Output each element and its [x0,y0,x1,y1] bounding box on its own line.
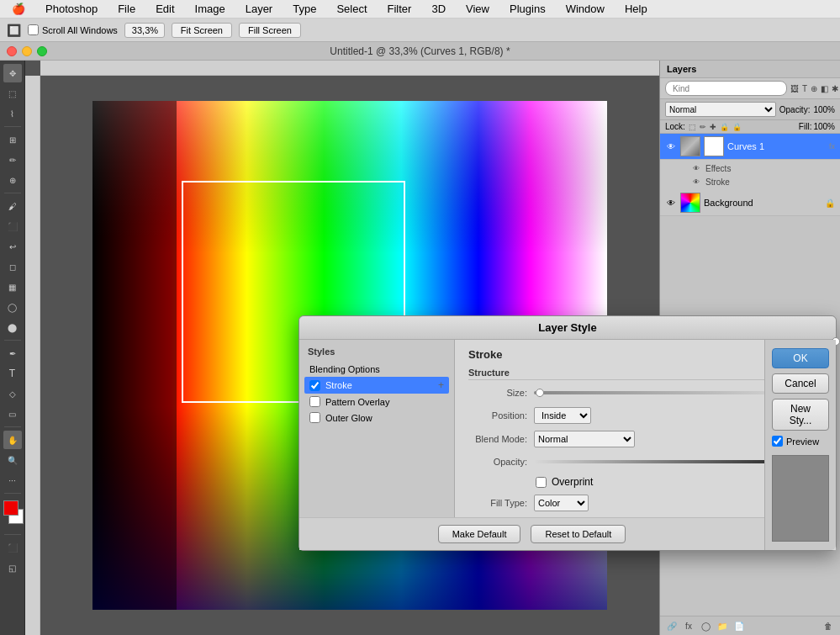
select-tool[interactable]: ⬚ [3,84,22,103]
zoom-tool[interactable]: 🔍 [3,451,22,469]
outer-glow-item[interactable]: Outer Glow [304,410,449,426]
add-effect-icon[interactable]: fx [682,619,695,632]
menu-filter[interactable]: Filter [383,1,417,17]
cancel-button[interactable]: Cancel [772,373,829,394]
stroke-item[interactable]: Stroke + [304,377,449,394]
lock-position-icon[interactable]: ✚ [710,123,716,131]
layer-visibility-toggle[interactable]: 👁 [665,140,677,152]
lasso-tool[interactable]: ⌇ [3,104,22,123]
opacity-slider-track[interactable] [534,460,770,463]
lock-pixels-icon[interactable]: ✏ [700,123,706,131]
layer-controls-bar: 🔗 fx ◯ 📁 📄 🗑 [660,616,840,635]
menu-plugins[interactable]: Plugins [505,1,551,17]
smart-filter-icon[interactable]: ◧ [821,82,828,95]
move-tool[interactable]: ✥ [3,64,22,82]
stroke-blend-mode-select[interactable]: Normal [534,431,635,447]
adjustment-filter-icon[interactable]: ⊕ [811,82,817,95]
close-button[interactable] [7,46,17,56]
stroke-effect-item[interactable]: 👁 Stroke [685,175,840,188]
new-layer-icon[interactable]: 📄 [732,619,746,632]
delete-layer-icon[interactable]: 🗑 [822,619,835,632]
screen-mode-tool[interactable]: ◱ [3,558,22,577]
pattern-overlay-checkbox[interactable] [309,396,320,407]
hand-tool[interactable]: ✋ [3,431,22,449]
vertical-ruler [25,76,40,635]
menu-image[interactable]: Image [190,1,230,17]
heal-tool[interactable]: ⊕ [3,171,22,189]
pattern-overlay-item[interactable]: Pattern Overlay [304,394,449,410]
foreground-color[interactable] [3,500,18,516]
fit-screen-button[interactable]: Fit Screen [172,23,232,38]
fill-type-select[interactable]: Color Gradient Pattern [534,495,589,511]
stroke-checkbox[interactable] [309,380,320,391]
quick-mask-tool[interactable]: ⬛ [3,538,22,557]
layers-kind-filter[interactable] [665,81,787,96]
position-select[interactable]: Inside Outside Center [534,407,591,424]
menu-type[interactable]: Type [288,1,321,17]
scroll-all-checkbox[interactable] [28,24,39,35]
dialog-content: Styles Blending Options Stroke + Pattern… [299,340,836,550]
add-mask-icon[interactable]: ◯ [699,619,712,632]
window-controls [7,46,47,56]
path-tool[interactable]: ◇ [3,384,22,403]
move-tool-icon[interactable]: 🔲 [7,24,21,37]
lock-all-icon[interactable]: 🔒 [732,123,742,131]
stamp-tool[interactable]: ⬛ [3,217,22,235]
blur-tool[interactable]: ◯ [3,298,22,316]
crop-tool[interactable]: ⊞ [3,130,22,149]
make-default-button[interactable]: Make Default [455,525,520,543]
lock-artboard-icon[interactable]: 🔒 [720,123,729,131]
layer-style-dialog[interactable]: Layer Style Styles Blending Options Stro… [298,315,837,551]
layer-fx-badge[interactable]: fx [829,142,835,151]
layer-row[interactable]: 👁 Curves 1 fx [660,134,840,160]
document-title-bar: Untitled-1 @ 33,3% (Curves 1, RGB/8) * [0,42,840,61]
menu-edit[interactable]: Edit [151,1,179,17]
ok-button[interactable]: OK [772,348,829,368]
gradient-tool[interactable]: ▦ [3,278,22,296]
eraser-tool[interactable]: ◻ [3,257,22,276]
reset-to-default-button[interactable]: Reset to Default [531,525,626,543]
eyedropper-tool[interactable]: ✏ [3,151,22,169]
stroke-visibility[interactable]: 👁 [690,176,702,188]
brush-tool[interactable]: 🖌 [3,197,22,215]
menu-photoshop[interactable]: Photoshop [40,1,103,17]
dodge-tool[interactable]: ⬤ [3,318,22,336]
apple-menu[interactable]: 🍎 [7,1,30,17]
layer-row[interactable]: 👁 Background 🔒 [660,190,840,216]
layer-visibility-toggle[interactable]: 👁 [665,197,677,209]
history-brush-tool[interactable]: ↩ [3,237,22,256]
dialog-title: Layer Style [538,321,596,334]
preview-checkbox[interactable] [772,436,783,447]
vector-filter-icon[interactable]: ✱ [832,82,838,95]
scroll-all-label: Scroll All Windows [42,25,118,35]
menu-3d[interactable]: 3D [426,1,451,17]
menu-help[interactable]: Help [620,1,652,17]
new-group-icon[interactable]: 📁 [716,619,729,632]
lock-transparent-icon[interactable]: ⬚ [689,123,696,131]
layer-mask-thumbnail [704,136,724,156]
new-style-button[interactable]: New Sty... [772,399,829,431]
blending-options-item[interactable]: Blending Options [304,362,449,377]
maximize-button[interactable] [37,46,47,56]
effects-visibility[interactable]: 👁 [690,162,702,174]
shape-tool[interactable]: ▭ [3,405,22,423]
menu-select[interactable]: Select [331,1,372,17]
menu-layer[interactable]: Layer [240,1,278,17]
overprint-checkbox[interactable] [536,477,547,488]
menu-file[interactable]: File [113,1,140,17]
filter-icon[interactable]: 🖼 [790,82,799,95]
size-slider-track[interactable] [534,391,765,394]
menu-window[interactable]: Window [561,1,610,17]
blend-mode-select[interactable]: Normal [665,102,776,117]
text-filter-icon[interactable]: T [802,82,807,95]
add-stroke-icon[interactable]: + [438,379,444,391]
size-slider-thumb[interactable] [536,389,544,397]
outer-glow-checkbox[interactable] [309,412,320,423]
menu-view[interactable]: View [461,1,494,17]
pen-tool[interactable]: ✒ [3,344,22,362]
layer-link-icon[interactable]: 🔗 [665,619,679,632]
minimize-button[interactable] [22,46,32,56]
fill-screen-button[interactable]: Fill Screen [239,23,301,38]
text-tool[interactable]: T [3,364,22,383]
more-tools[interactable]: ··· [3,471,22,489]
